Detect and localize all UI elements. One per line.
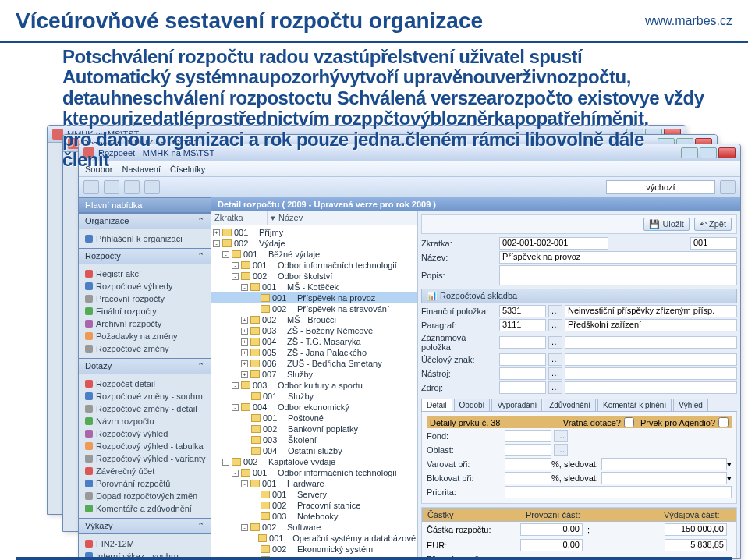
nav-back-icon[interactable] xyxy=(83,180,99,194)
collapse-icon[interactable]: ⌃ xyxy=(197,521,204,531)
tree-node[interactable]: 001Operační systémy a databázové xyxy=(211,533,417,544)
rozp-item[interactable]: Rozpočtové výhledy xyxy=(79,280,211,292)
val-zaznam[interactable] xyxy=(499,336,546,349)
chk-vratna[interactable] xyxy=(624,417,634,427)
tree-node[interactable]: -003Odbor kultury a sportu xyxy=(211,380,417,391)
val-sledovat2[interactable] xyxy=(601,472,727,484)
tree-node[interactable]: -004Odbor ekonomický xyxy=(211,402,417,413)
tab-obdobi[interactable]: Období xyxy=(454,399,491,411)
back-button[interactable]: ↶ Zpět xyxy=(694,218,732,231)
lookup-zdroj[interactable]: … xyxy=(548,381,562,394)
dotazy-item[interactable]: Rozpočtové změny - detail xyxy=(79,402,211,415)
home-icon[interactable] xyxy=(144,180,160,194)
tree-node[interactable]: +003ZŠ - Boženy Němcové xyxy=(211,325,417,336)
val-sledovat[interactable] xyxy=(601,458,727,470)
tree-node[interactable]: -002Kapitálové výdaje xyxy=(211,456,417,467)
layout-save-icon[interactable] xyxy=(720,180,736,194)
tab-detail[interactable]: Detail xyxy=(421,399,452,411)
tree-node[interactable]: 001Servery xyxy=(211,489,417,500)
val-finpol[interactable]: 5331 xyxy=(499,305,546,317)
val-popis[interactable] xyxy=(499,265,737,285)
collapse-icon[interactable]: - xyxy=(232,262,239,269)
expand-icon[interactable]: + xyxy=(241,338,248,346)
tree-node[interactable]: -002Software xyxy=(211,522,417,533)
collapse-icon[interactable]: - xyxy=(232,404,239,411)
tree-node[interactable]: 002Bankovní poplatky xyxy=(211,424,417,434)
val-ucel[interactable] xyxy=(499,353,546,366)
expand-icon[interactable]: + xyxy=(213,229,220,236)
val-zkratka-code[interactable]: 001 xyxy=(690,237,737,250)
dotazy-item[interactable]: Komentáře a zdůvodnění xyxy=(79,502,211,515)
dotazy-header[interactable]: Dotazy⌃ xyxy=(79,358,211,374)
tree-node[interactable]: 001Služby xyxy=(211,391,417,402)
tree-node[interactable]: 002Pracovní stanice xyxy=(211,500,417,511)
collapse-icon[interactable]: - xyxy=(232,273,239,280)
col-nazev[interactable]: Název xyxy=(275,211,417,225)
tree-node[interactable]: +005ZŠ - Jana Palackého xyxy=(211,347,417,358)
org-login[interactable]: Přihlášení k organizaci xyxy=(79,232,211,245)
val-fond[interactable] xyxy=(505,430,551,442)
vykazy-header[interactable]: Výkazy⌃ xyxy=(79,518,211,534)
collapse-icon[interactable]: ⌃ xyxy=(197,251,204,261)
nav-fwd-icon[interactable] xyxy=(104,180,119,194)
save-button[interactable]: 💾 Uložit xyxy=(643,218,690,231)
tree-node[interactable]: +002MŠ - Broučci xyxy=(211,314,417,325)
collapse-icon[interactable]: - xyxy=(232,382,239,389)
sort-icon[interactable]: ▾ xyxy=(268,211,275,225)
expand-icon[interactable]: + xyxy=(241,349,248,356)
lookup-oblast[interactable]: … xyxy=(554,444,568,456)
val-oblast[interactable] xyxy=(505,444,551,456)
dropdown-icon[interactable]: ▾ xyxy=(727,473,732,484)
tree-node[interactable]: -001Hardware xyxy=(211,478,417,489)
lookup-zaznam[interactable]: … xyxy=(548,336,562,349)
collapse-icon[interactable]: - xyxy=(213,240,220,247)
tree-node[interactable]: 002Příspěvek na stravování xyxy=(211,303,417,314)
dotazy-item[interactable]: Návrh rozpočtu xyxy=(79,415,211,427)
val-blokovat[interactable] xyxy=(505,472,551,484)
rozp-item[interactable]: Rozpočtové změny xyxy=(79,342,211,355)
refresh-icon[interactable] xyxy=(124,180,140,194)
rozp-item[interactable]: Finální rozpočty xyxy=(79,305,211,317)
layout-dropdown[interactable]: výchozí xyxy=(606,180,715,194)
val-paragraf[interactable]: 3111 xyxy=(499,319,546,331)
vykazy-item[interactable]: FIN2-12M xyxy=(79,537,211,550)
collapse-icon[interactable]: - xyxy=(232,470,239,477)
collapse-icon[interactable]: - xyxy=(222,459,229,466)
collapse-icon[interactable]: ⌃ xyxy=(197,361,204,371)
tree-node[interactable]: -001Odbor informačních technologií xyxy=(211,467,417,478)
expand-icon[interactable]: + xyxy=(241,328,248,335)
rozp-item[interactable]: Pracovní rozpočty xyxy=(79,292,211,305)
dotazy-item[interactable]: Rozpočtový výhled - tabulka xyxy=(79,440,211,452)
lookup-nastroj[interactable]: … xyxy=(548,367,562,380)
expand-icon[interactable]: + xyxy=(241,371,248,378)
rozp-header[interactable]: Rozpočty⌃ xyxy=(79,248,211,264)
val-castka-vyd[interactable]: 150 000,00 xyxy=(665,523,727,536)
org-header[interactable]: Organizace⌃ xyxy=(79,213,211,229)
val-castka-prov[interactable]: 0,00 xyxy=(520,523,583,536)
collapse-icon[interactable]: - xyxy=(241,524,248,531)
tree-node[interactable]: -002Odbor školství xyxy=(211,271,417,282)
dotazy-item[interactable]: Rozpočet detail xyxy=(79,377,211,390)
tree-node[interactable]: +004ZŠ - T.G. Masaryka xyxy=(211,336,417,347)
tree-node[interactable]: -001MŠ - Kotěček xyxy=(211,282,417,292)
dotazy-item[interactable]: Rozpočtový výhled xyxy=(79,427,211,440)
lookup-ucel[interactable]: … xyxy=(548,353,562,366)
dotazy-item[interactable]: Porovnání rozpočtů xyxy=(79,477,211,490)
val-varovat[interactable] xyxy=(505,458,551,470)
dropdown-icon[interactable]: ▾ xyxy=(727,459,732,470)
lookup-fond[interactable]: … xyxy=(554,430,568,442)
expand-icon[interactable]: + xyxy=(241,360,248,367)
collapse-icon[interactable]: ⌃ xyxy=(197,216,204,226)
collapse-icon[interactable]: - xyxy=(222,251,229,258)
val-zdroj[interactable] xyxy=(499,381,546,394)
tree-node[interactable]: 002Ekonomický systém xyxy=(211,544,417,555)
tree-node[interactable]: +006ZUŠ - Bedřicha Smetany xyxy=(211,358,417,369)
chk-agendio[interactable] xyxy=(718,417,729,427)
close-button[interactable] xyxy=(718,147,736,158)
lookup-finpol[interactable]: … xyxy=(548,305,562,317)
val-nazev[interactable]: Příspěvek na provoz xyxy=(499,251,737,264)
tree-node[interactable]: +007Služby xyxy=(211,369,417,380)
tree-node[interactable]: 004Ostatní služby xyxy=(211,445,417,456)
tab-zduvodneni[interactable]: Zdůvodnění xyxy=(544,399,596,411)
collapse-icon[interactable]: - xyxy=(241,480,248,487)
